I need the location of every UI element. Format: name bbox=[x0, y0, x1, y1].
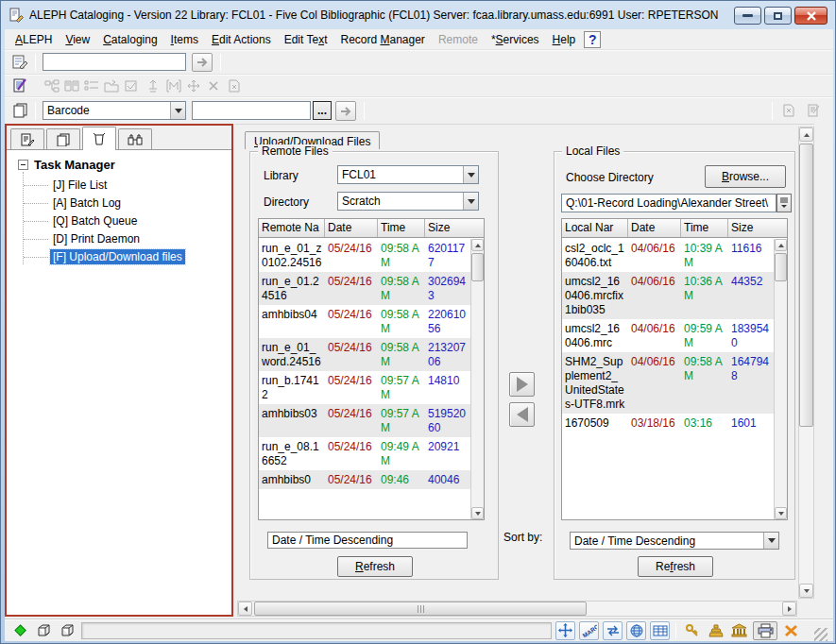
local-file-row[interactable]: umcsl2_160406.mrcfix1bib035 04/06/16 10:… bbox=[562, 272, 774, 319]
upload-button[interactable] bbox=[509, 372, 535, 397]
combo-dropdown-icon[interactable] bbox=[170, 102, 185, 119]
resize-grip[interactable] bbox=[814, 628, 827, 641]
grid-icon[interactable] bbox=[650, 621, 670, 640]
swap-arrows-icon[interactable] bbox=[603, 621, 623, 640]
local-file-row[interactable]: umcsl2_160406.mrc 04/06/16 09:59 AM 1839… bbox=[562, 319, 774, 352]
remote-file-row[interactable]: run_b.17412 05/24/16 09:57 AM 14810 bbox=[259, 371, 470, 404]
close-button[interactable] bbox=[794, 7, 827, 25]
remote-file-row[interactable]: run_e_08.16652 05/24/16 09:49 AM 20921 bbox=[259, 437, 470, 470]
scroll-up-icon[interactable] bbox=[799, 127, 813, 142]
search-browse-button[interactable]: ... bbox=[313, 101, 332, 120]
help-question-icon[interactable]: ? bbox=[584, 31, 601, 48]
title-bar[interactable]: ALEPH Cataloging - Version 22 Library: F… bbox=[1, 1, 835, 29]
menu-item[interactable]: Record Manager bbox=[333, 31, 431, 48]
tree-root[interactable]: Task Manager bbox=[18, 158, 228, 172]
maximize-button[interactable] bbox=[764, 7, 792, 25]
menu-item[interactable]: Edit Actions bbox=[205, 31, 278, 48]
tab-search[interactable] bbox=[10, 128, 44, 149]
column-header-size[interactable]: Size bbox=[425, 219, 484, 237]
column-header-size[interactable]: Size bbox=[728, 219, 787, 237]
directory-path-input[interactable] bbox=[561, 194, 776, 212]
search-go-button[interactable] bbox=[335, 101, 356, 121]
globe-icon[interactable] bbox=[626, 621, 646, 640]
scrollbar-thumb[interactable] bbox=[471, 253, 484, 281]
combo-dropdown-icon[interactable] bbox=[463, 193, 478, 210]
scroll-left-icon[interactable] bbox=[238, 602, 252, 616]
pane-vertical-scrollbar[interactable] bbox=[798, 127, 814, 599]
remote-refresh-button[interactable]: Refresh bbox=[337, 556, 413, 577]
scroll-right-icon[interactable] bbox=[782, 602, 796, 616]
status-separator bbox=[675, 623, 676, 638]
directory-select[interactable]: Scratch bbox=[337, 192, 479, 211]
tree-item[interactable]: [F] Upload/Download files bbox=[24, 249, 228, 264]
key-icon[interactable] bbox=[682, 621, 702, 640]
cancel-icon[interactable] bbox=[781, 621, 801, 640]
tree-item[interactable]: [Q] Batch Queue bbox=[24, 213, 228, 229]
remote-file-row[interactable]: amhbibs03 05/24/16 09:57 AM 51952060 bbox=[259, 404, 470, 437]
svg-text:MARC: MARC bbox=[581, 623, 597, 637]
menu-item[interactable]: Edit Text bbox=[278, 31, 334, 48]
remote-table-scrollbar[interactable] bbox=[470, 239, 484, 519]
menu-item[interactable]: *Services bbox=[485, 31, 546, 48]
print-icon[interactable] bbox=[753, 621, 777, 640]
local-file-row[interactable]: SHM2_Supplement2_UnitedStates-UTF8.mrk 0… bbox=[562, 352, 774, 414]
minimize-button[interactable] bbox=[734, 7, 761, 25]
tree-item[interactable]: [J] File List bbox=[24, 178, 228, 193]
tree-item[interactable]: [D] Print Daemon bbox=[24, 231, 228, 246]
tab-records[interactable] bbox=[46, 128, 80, 149]
edit-record-icon[interactable] bbox=[10, 77, 29, 94]
remote-file-row[interactable]: run_e_01_word.24516 05/24/16 09:58 AM 21… bbox=[259, 338, 470, 371]
marc-icon[interactable]: MARC bbox=[579, 621, 599, 640]
menu-item[interactable]: Help bbox=[546, 31, 583, 48]
menu-item[interactable]: Items bbox=[164, 31, 205, 48]
search-value-input[interactable] bbox=[192, 101, 311, 120]
column-header-name[interactable]: Local Nar bbox=[562, 219, 628, 237]
combo-dropdown-icon[interactable] bbox=[763, 533, 778, 549]
scrollbar-thumb[interactable] bbox=[254, 602, 587, 616]
combo-dropdown-icon[interactable] bbox=[463, 166, 478, 183]
move-panes-icon[interactable] bbox=[555, 621, 575, 640]
scroll-down-icon[interactable] bbox=[775, 507, 787, 519]
menu-item[interactable]: View bbox=[59, 31, 96, 48]
column-header-time[interactable]: Time bbox=[378, 219, 425, 237]
scroll-down-icon[interactable] bbox=[471, 507, 484, 519]
scroll-up-icon[interactable] bbox=[775, 239, 787, 251]
local-refresh-button[interactable]: Refresh bbox=[638, 556, 713, 577]
column-header-date[interactable]: Date bbox=[628, 219, 681, 237]
remote-sort-select[interactable]: Date / Time Descending bbox=[267, 532, 468, 549]
bank-icon[interactable] bbox=[729, 621, 749, 640]
download-button[interactable] bbox=[509, 402, 535, 427]
browse-button[interactable]: Browse... bbox=[705, 165, 786, 188]
scrollbar-thumb[interactable] bbox=[799, 144, 813, 427]
remote-file-row[interactable]: amhbibs0 05/24/16 09:46 40046 bbox=[259, 470, 470, 489]
remote-file-row[interactable]: amhbibs04 05/24/16 09:58 AM 22061056 bbox=[259, 305, 470, 338]
record-go-button[interactable] bbox=[192, 53, 213, 72]
library-select[interactable]: FCL01 bbox=[337, 165, 479, 184]
search-type-select[interactable]: Barcode bbox=[43, 101, 186, 120]
weights-icon[interactable] bbox=[706, 621, 725, 640]
tab-task-manager[interactable] bbox=[82, 127, 116, 149]
local-table-scrollbar[interactable] bbox=[774, 239, 787, 519]
local-file-row[interactable]: 1670509 03/18/16 03:16 1601 bbox=[562, 414, 774, 432]
menu-item[interactable]: Cataloging bbox=[96, 31, 163, 48]
scrollbar-thumb[interactable] bbox=[775, 253, 787, 281]
scroll-down-icon[interactable] bbox=[799, 584, 813, 598]
tree-item[interactable]: [A] Batch Log bbox=[24, 195, 228, 211]
pane-horizontal-scrollbar[interactable] bbox=[237, 601, 797, 617]
cube-icon[interactable] bbox=[58, 621, 77, 640]
remote-file-row[interactable]: run_e_01_z0102.24516 05/24/16 09:58 AM 6… bbox=[259, 239, 470, 272]
tab-find[interactable] bbox=[118, 128, 152, 149]
local-sort-select[interactable]: Date / Time Descending bbox=[570, 532, 779, 550]
column-header-date[interactable]: Date bbox=[325, 219, 378, 237]
record-number-input[interactable] bbox=[43, 53, 186, 71]
scroll-up-icon[interactable] bbox=[471, 239, 484, 251]
collapse-icon[interactable] bbox=[18, 160, 28, 170]
drive-list-button[interactable] bbox=[776, 194, 792, 212]
menu-item[interactable]: Remote bbox=[432, 31, 485, 48]
column-header-name[interactable]: Remote Na bbox=[259, 219, 325, 237]
local-file-row[interactable]: csl2_oclc_160406.txt 04/06/16 10:39 AM 1… bbox=[562, 239, 774, 272]
column-header-time[interactable]: Time bbox=[681, 219, 728, 237]
cube-icon[interactable] bbox=[34, 621, 54, 640]
remote-file-row[interactable]: run_e_01.24516 05/24/16 09:58 AM 3026943 bbox=[259, 272, 470, 305]
menu-item[interactable]: ALEPH bbox=[9, 31, 59, 48]
